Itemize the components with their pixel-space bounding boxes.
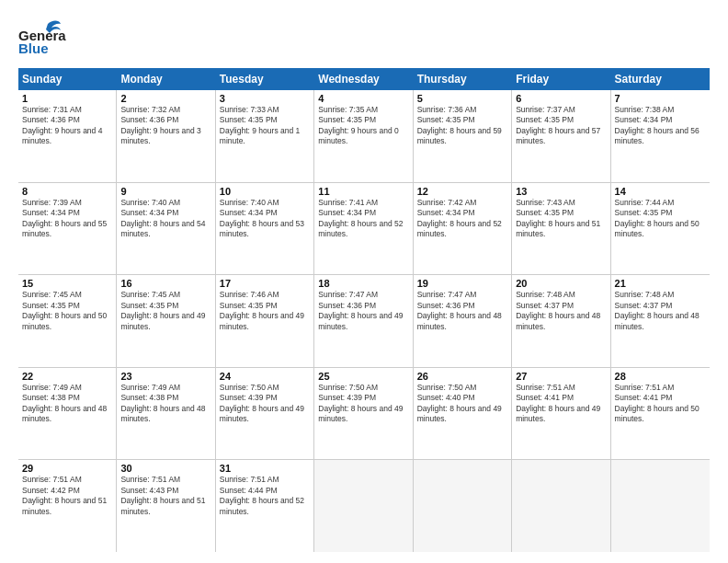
daylight-label: Daylight: 8 hours and 52 minutes. [318,219,403,238]
sunset-label: Sunset: 4:36 PM [318,301,376,310]
sunrise-label: Sunrise: 7:50 AM [318,383,378,392]
day-cell-26: 26 Sunrise: 7:50 AM Sunset: 4:40 PM Dayl… [414,368,512,460]
logo-svg: General Blue [18,17,66,55]
header: General Blue [18,17,710,59]
sunset-label: Sunset: 4:35 PM [220,301,278,310]
empty-cell [314,460,413,552]
day-number: 23 [120,371,210,382]
day-cell-25: 25 Sunrise: 7:50 AM Sunset: 4:39 PM Dayl… [314,368,413,460]
sunrise-label: Sunrise: 7:50 AM [220,383,279,392]
day-cell-13: 13 Sunrise: 7:43 AM Sunset: 4:35 PM Dayl… [512,183,610,275]
day-info: Sunrise: 7:47 AM Sunset: 4:36 PM Dayligh… [417,290,507,332]
sunrise-label: Sunrise: 7:37 AM [516,105,575,114]
sunset-label: Sunset: 4:39 PM [220,393,278,402]
day-cell-27: 27 Sunrise: 7:51 AM Sunset: 4:41 PM Dayl… [512,368,610,460]
day-info: Sunrise: 7:48 AM Sunset: 4:37 PM Dayligh… [615,290,706,332]
daylight-label: Daylight: 8 hours and 49 minutes. [220,404,304,423]
day-number: 1 [22,93,112,104]
day-cell-12: 12 Sunrise: 7:42 AM Sunset: 4:34 PM Dayl… [414,183,512,275]
day-cell-10: 10 Sunrise: 7:40 AM Sunset: 4:34 PM Dayl… [216,183,314,275]
day-info: Sunrise: 7:51 AM Sunset: 4:41 PM Dayligh… [516,383,606,425]
sunset-label: Sunset: 4:37 PM [516,301,574,310]
day-cell-5: 5 Sunrise: 7:36 AM Sunset: 4:35 PM Dayli… [414,90,512,182]
day-cell-3: 3 Sunrise: 7:33 AM Sunset: 4:35 PM Dayli… [216,90,314,182]
day-info: Sunrise: 7:50 AM Sunset: 4:40 PM Dayligh… [417,383,507,425]
day-cell-11: 11 Sunrise: 7:41 AM Sunset: 4:34 PM Dayl… [314,183,413,275]
sunrise-label: Sunrise: 7:44 AM [615,198,675,207]
sunset-label: Sunset: 4:34 PM [417,208,475,217]
sunrise-label: Sunrise: 7:36 AM [417,105,477,114]
day-info: Sunrise: 7:48 AM Sunset: 4:37 PM Dayligh… [516,290,606,332]
sunrise-label: Sunrise: 7:50 AM [417,383,477,392]
daylight-label: Daylight: 8 hours and 49 minutes. [220,311,304,330]
day-info: Sunrise: 7:41 AM Sunset: 4:34 PM Dayligh… [318,198,408,240]
day-number: 22 [22,371,112,382]
daylight-label: Daylight: 8 hours and 54 minutes. [120,219,205,238]
sunrise-label: Sunrise: 7:49 AM [120,383,180,392]
sunrise-label: Sunrise: 7:40 AM [220,198,279,207]
day-number: 11 [318,186,408,197]
day-info: Sunrise: 7:46 AM Sunset: 4:35 PM Dayligh… [220,290,310,332]
sunset-label: Sunset: 4:35 PM [318,115,376,124]
day-info: Sunrise: 7:45 AM Sunset: 4:35 PM Dayligh… [120,290,210,332]
week-row-1: 1 Sunrise: 7:31 AM Sunset: 4:36 PM Dayli… [18,90,710,183]
sunset-label: Sunset: 4:35 PM [516,115,574,124]
empty-cell [414,460,512,552]
daylight-label: Daylight: 8 hours and 48 minutes. [417,311,502,330]
sunrise-label: Sunrise: 7:40 AM [120,198,180,207]
daylight-label: Daylight: 8 hours and 51 minutes. [22,496,107,515]
sunset-label: Sunset: 4:41 PM [615,393,673,402]
daylight-label: Daylight: 8 hours and 57 minutes. [516,126,600,145]
calendar-header: Sunday Monday Tuesday Wednesday Thursday… [18,68,710,90]
calendar: Sunday Monday Tuesday Wednesday Thursday… [18,68,710,552]
day-info: Sunrise: 7:33 AM Sunset: 4:35 PM Dayligh… [220,105,310,147]
calendar-body: 1 Sunrise: 7:31 AM Sunset: 4:36 PM Dayli… [18,90,710,552]
day-info: Sunrise: 7:51 AM Sunset: 4:44 PM Dayligh… [220,475,310,517]
day-cell-8: 8 Sunrise: 7:39 AM Sunset: 4:34 PM Dayli… [18,183,117,275]
day-cell-30: 30 Sunrise: 7:51 AM Sunset: 4:43 PM Dayl… [117,460,215,552]
logo: General Blue [18,17,66,59]
day-cell-20: 20 Sunrise: 7:48 AM Sunset: 4:37 PM Dayl… [512,275,610,367]
day-info: Sunrise: 7:50 AM Sunset: 4:39 PM Dayligh… [318,383,408,425]
sunrise-label: Sunrise: 7:33 AM [220,105,279,114]
week-row-2: 8 Sunrise: 7:39 AM Sunset: 4:34 PM Dayli… [18,183,710,276]
day-info: Sunrise: 7:42 AM Sunset: 4:34 PM Dayligh… [417,198,507,240]
daylight-label: Daylight: 8 hours and 49 minutes. [516,404,600,423]
day-number: 9 [120,186,210,197]
daylight-label: Daylight: 8 hours and 55 minutes. [22,219,107,238]
daylight-label: Daylight: 8 hours and 50 minutes. [22,311,107,330]
day-cell-15: 15 Sunrise: 7:45 AM Sunset: 4:35 PM Dayl… [18,275,117,367]
sunset-label: Sunset: 4:36 PM [22,115,80,124]
day-number: 19 [417,278,507,289]
page: General Blue Sunday Monday Tuesday Wedne… [0,0,728,563]
day-cell-6: 6 Sunrise: 7:37 AM Sunset: 4:35 PM Dayli… [512,90,610,182]
day-cell-31: 31 Sunrise: 7:51 AM Sunset: 4:44 PM Dayl… [216,460,314,552]
sunrise-label: Sunrise: 7:47 AM [318,290,378,299]
sunrise-label: Sunrise: 7:46 AM [220,290,279,299]
day-info: Sunrise: 7:50 AM Sunset: 4:39 PM Dayligh… [220,383,310,425]
sunset-label: Sunset: 4:34 PM [220,208,278,217]
day-number: 18 [318,278,408,289]
daylight-label: Daylight: 9 hours and 3 minutes. [120,126,200,145]
day-info: Sunrise: 7:51 AM Sunset: 4:42 PM Dayligh… [22,475,112,517]
daylight-label: Daylight: 8 hours and 49 minutes. [417,404,502,423]
daylight-label: Daylight: 8 hours and 48 minutes. [516,311,600,330]
header-sunday: Sunday [18,68,117,90]
day-number: 14 [615,186,706,197]
day-info: Sunrise: 7:39 AM Sunset: 4:34 PM Dayligh… [22,198,112,240]
day-number: 21 [615,278,706,289]
sunset-label: Sunset: 4:35 PM [120,301,178,310]
sunrise-label: Sunrise: 7:39 AM [22,198,82,207]
sunset-label: Sunset: 4:34 PM [615,115,673,124]
sunset-label: Sunset: 4:39 PM [318,393,376,402]
day-cell-23: 23 Sunrise: 7:49 AM Sunset: 4:38 PM Dayl… [117,368,215,460]
daylight-label: Daylight: 8 hours and 52 minutes. [417,219,502,238]
day-cell-14: 14 Sunrise: 7:44 AM Sunset: 4:35 PM Dayl… [611,183,710,275]
day-number: 17 [220,278,310,289]
sunset-label: Sunset: 4:35 PM [615,208,673,217]
daylight-label: Daylight: 8 hours and 50 minutes. [615,404,700,423]
header-saturday: Saturday [611,68,710,90]
header-thursday: Thursday [414,68,512,90]
week-row-5: 29 Sunrise: 7:51 AM Sunset: 4:42 PM Dayl… [18,460,710,552]
sunrise-label: Sunrise: 7:51 AM [120,475,180,484]
